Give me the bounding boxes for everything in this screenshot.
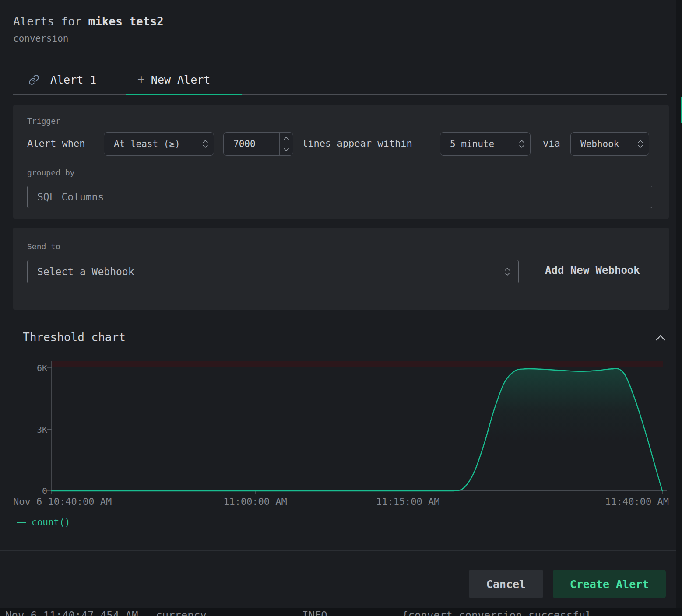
stepper-up-button[interactable]	[280, 133, 293, 144]
threshold-chart	[0, 357, 682, 494]
channel-value: Webhook	[571, 139, 619, 149]
source-name: mikes tets2	[88, 15, 164, 28]
chevron-updown-icon	[519, 139, 525, 149]
dialog-title: Alerts for mikes tets2	[13, 15, 164, 28]
chevron-up-icon	[654, 333, 667, 343]
dialog-title-prefix: Alerts for	[13, 15, 82, 28]
threshold-chart-title: Threshold chart	[23, 331, 126, 344]
chevron-updown-icon	[637, 139, 643, 149]
x-axis-tick-label: 11:00:00 AM	[223, 496, 287, 507]
plus-icon: +	[137, 74, 145, 86]
threshold-input-group	[223, 132, 293, 156]
log-level: INFO	[302, 609, 327, 616]
alert-tabs: Alert 1 + New Alert	[13, 66, 667, 95]
threshold-stepper	[279, 133, 293, 155]
webhook-select[interactable]: Select a Webhook	[27, 260, 519, 284]
log-message: {convert conversion successful	[402, 609, 591, 616]
tab-alert-1[interactable]: Alert 1	[13, 66, 126, 94]
add-new-webhook-button[interactable]: Add New Webhook	[545, 264, 640, 276]
collapse-chart-button[interactable]	[653, 332, 668, 345]
link-icon	[28, 74, 39, 85]
x-axis-tick-label: 11:40:00 AM	[605, 496, 669, 507]
chevron-updown-icon	[202, 139, 208, 149]
series-area	[52, 368, 662, 491]
condition-value: At least (≥)	[104, 139, 180, 149]
stepper-down-button[interactable]	[280, 144, 293, 155]
background-log-row: Nov 6 11:40:47.454 AM currency INFO {con…	[0, 608, 682, 616]
dialog-subtitle: conversion	[13, 33, 68, 44]
create-alert-button[interactable]: Create Alert	[553, 570, 666, 598]
log-timestamp: Nov 6 11:40:47.454 AM	[5, 609, 138, 616]
grouped-by-label: grouped by	[27, 168, 74, 177]
webhook-select-placeholder: Select a Webhook	[28, 266, 134, 277]
channel-select[interactable]: Webhook	[570, 132, 649, 156]
tab-label: New Alert	[151, 74, 210, 86]
log-service: currency	[156, 609, 207, 616]
chevron-updown-icon	[504, 267, 510, 276]
chart-legend: count()	[17, 517, 70, 528]
alert-when-text: Alert when	[27, 138, 85, 149]
lines-appear-text: lines appear within	[302, 138, 412, 149]
legend-line-swatch	[17, 522, 26, 523]
footer-divider	[0, 550, 676, 551]
legend-label: count()	[32, 517, 70, 528]
chevron-up-icon	[284, 136, 289, 140]
trigger-section: Trigger Alert when At least (≥) lines ap…	[13, 105, 669, 219]
x-axis-tick-label: Nov 6 10:40:00 AM	[13, 496, 112, 507]
time-window-select[interactable]: 5 minute	[440, 132, 531, 156]
threshold-input[interactable]	[224, 133, 279, 155]
send-to-label: Send to	[27, 242, 60, 251]
trigger-section-label: Trigger	[27, 116, 60, 126]
condition-select[interactable]: At least (≥)	[104, 132, 214, 156]
send-to-section: Send to Select a Webhook Add New Webhook	[13, 228, 669, 310]
via-text: via	[543, 138, 560, 149]
alert-dialog: Alerts for mikes tets2 conversion Alert …	[0, 0, 676, 608]
chevron-down-icon	[284, 148, 289, 151]
tab-new-alert[interactable]: + New Alert	[126, 66, 242, 94]
cancel-button[interactable]: Cancel	[469, 570, 543, 598]
group-by-input[interactable]	[27, 186, 652, 208]
threshold-band	[52, 361, 663, 367]
time-window-value: 5 minute	[440, 139, 494, 149]
x-axis-tick-label: 11:15:00 AM	[376, 496, 440, 507]
background-page-edge	[676, 0, 682, 616]
tab-label: Alert 1	[50, 74, 96, 86]
